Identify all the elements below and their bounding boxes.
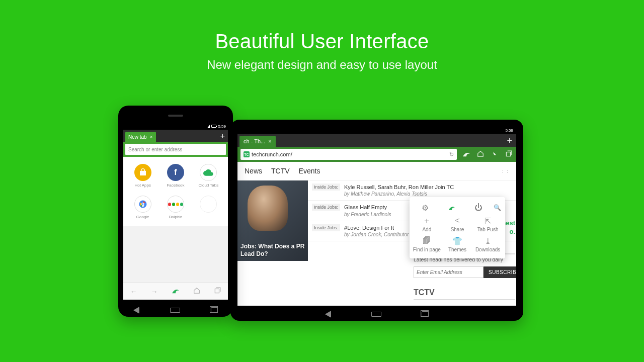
dolphin-icon [167, 196, 184, 213]
browser-tab[interactable]: New tab × [125, 132, 156, 142]
add-button[interactable]: ＋Add [412, 216, 441, 232]
dial-add[interactable]: + [192, 196, 225, 219]
subscribe-button[interactable]: SUBSCRIBE [484, 266, 516, 278]
menu-label: Find in page [413, 247, 441, 252]
gear-icon: ⚙ [422, 203, 429, 212]
power-button[interactable]: ⏻ [465, 203, 492, 212]
article-title: #Love: Design For It [344, 224, 409, 231]
tablet-tab-bar: ch - Th... × + [237, 134, 516, 147]
dolphin-icon[interactable] [462, 150, 471, 159]
svg-rect-2 [215, 289, 219, 293]
android-recent-icon[interactable] [211, 307, 218, 313]
more-icon[interactable]: : : [502, 168, 509, 174]
new-tab-button[interactable]: + [507, 136, 512, 146]
hero: Beautiful User Interface New elegant des… [0, 0, 644, 72]
tab-push-icon: ⇱ [485, 216, 491, 225]
dial-label: Google [136, 215, 149, 219]
nav-events[interactable]: Events [299, 167, 320, 175]
nav-tctv[interactable]: TCTV [271, 167, 290, 175]
svg-text:g: g [141, 201, 144, 207]
close-icon[interactable]: × [150, 134, 153, 140]
address-placeholder: Search or enter address [128, 147, 182, 152]
tablet-status-bar: 5:59 [237, 127, 516, 134]
android-home-icon[interactable] [371, 312, 381, 317]
themes-button[interactable]: 👕Themes [443, 236, 472, 252]
phone-device: 5:59 New tab × + Search or enter address… [118, 106, 233, 317]
battery-icon [211, 125, 216, 128]
android-back-icon[interactable] [325, 311, 331, 318]
plus-icon: ＋ [423, 216, 431, 225]
share-button[interactable]: <Share [443, 216, 472, 232]
dial-label: Facebook [167, 183, 184, 188]
android-recent-icon[interactable] [422, 311, 429, 317]
tshirt-icon: 👕 [452, 236, 462, 245]
shopping-bag-icon [134, 164, 151, 181]
android-back-icon[interactable] [133, 307, 139, 314]
phone-bottom-nav: ← → [123, 283, 228, 300]
home-icon[interactable] [476, 150, 485, 159]
tab-push-button[interactable]: ⇱Tab Push [473, 216, 503, 232]
address-bar[interactable]: Search or enter address [125, 144, 226, 155]
menu-label: Themes [448, 247, 466, 252]
email-input[interactable] [414, 266, 484, 278]
search-icon: 🔍 [494, 203, 501, 212]
home-icon[interactable] [193, 287, 200, 296]
phone-soft-keys [118, 307, 233, 314]
menu-label: Share [451, 227, 464, 232]
hero-subtitle: New elegant design and easy to use layou… [0, 58, 644, 72]
dial-google[interactable]: g Google [126, 196, 159, 219]
dial-hot-apps[interactable]: Hot Apps [126, 164, 159, 188]
download-icon: ⤓ [485, 236, 491, 245]
tab-label: ch - Th... [244, 138, 265, 144]
article-title: Kyle Russell, Sarah Buhr, Ron Miller Joi… [344, 184, 454, 191]
dial-cloud-tabs[interactable]: Cloud Tabs [192, 164, 225, 188]
page-content: News TCTV Events : : Jobs: What Does a P… [237, 162, 516, 306]
search-button[interactable]: 🔍 [492, 203, 503, 212]
browser-tab[interactable]: ch - Th... × [239, 136, 276, 147]
reload-icon[interactable]: ↻ [449, 151, 454, 158]
close-icon[interactable]: × [268, 138, 271, 144]
google-icon: g [134, 196, 151, 213]
menu-label: Downloads [475, 247, 500, 252]
tablet-toolbar: TC techcrunch.com/ ↻ [237, 147, 516, 162]
dial-dolphin[interactable]: Dolphin [159, 196, 192, 219]
phone-tab-bar: New tab × + [123, 130, 228, 142]
downloads-button[interactable]: ⤓Downloads [473, 236, 503, 252]
tablet-clock: 5:59 [505, 128, 513, 133]
feature-caption: Jobs: What Does a PR Lead Do? [237, 240, 308, 261]
tablet-soft-keys [230, 311, 523, 318]
svg-rect-3 [506, 152, 510, 156]
article-title: Glass Half Empty [344, 204, 391, 211]
tabs-icon[interactable] [214, 287, 221, 296]
dolphin-icon [448, 203, 456, 212]
android-home-icon[interactable] [170, 308, 180, 313]
wifi-icon [207, 125, 210, 128]
article-byline: by Matthew Panzarino, Alexia Tsotsis [344, 191, 454, 197]
settings-button[interactable]: ⚙ [412, 203, 438, 212]
feature-article[interactable]: Jobs: What Does a PR Lead Do? [237, 180, 308, 261]
cloud-icon [200, 164, 217, 181]
menu-label: Tab Push [477, 227, 499, 232]
site-nav: News TCTV Events : : [237, 162, 516, 180]
back-icon[interactable]: ← [130, 288, 137, 296]
speed-dials: Hot Apps f Facebook Cloud Tabs g Google [123, 157, 228, 226]
menu-popup: ⚙ ⏻ 🔍 ＋Add <Share ⇱Tab Push 🗐Find in pag… [410, 197, 505, 258]
dolphin-button[interactable] [438, 203, 465, 212]
partial-text: o. [509, 228, 515, 235]
forward-icon[interactable]: → [151, 288, 158, 296]
dolphin-icon[interactable] [172, 287, 180, 296]
new-tab-button[interactable]: + [220, 132, 225, 141]
find-button[interactable]: 🗐Find in page [412, 236, 441, 252]
address-bar[interactable]: TC techcrunch.com/ ↻ [240, 149, 457, 160]
power-icon: ⏻ [474, 203, 482, 212]
tabs-icon[interactable] [504, 150, 513, 159]
dial-facebook[interactable]: f Facebook [159, 164, 192, 188]
dial-label [208, 215, 209, 219]
gesture-icon[interactable] [490, 150, 499, 159]
nav-news[interactable]: News [245, 167, 262, 175]
sidebar-section-title: TCTV [414, 285, 515, 300]
find-icon: 🗐 [423, 236, 431, 245]
dial-label: Cloud Tabs [198, 183, 218, 188]
url-text: techcrunch.com/ [252, 151, 292, 157]
article-byline: by Frederic Lardinois [344, 211, 391, 218]
